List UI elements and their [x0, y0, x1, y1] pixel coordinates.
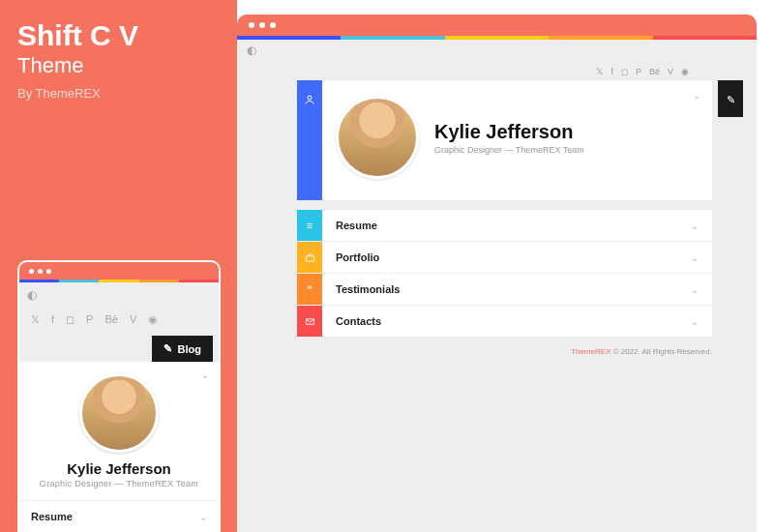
social-row: 𝕏 f ◻ P Bē V ◉ — [19, 308, 219, 330]
chevron-down-icon[interactable]: ⌄ — [201, 369, 209, 380]
instagram-icon[interactable]: ◻ — [66, 313, 74, 326]
behance-icon[interactable]: Bē — [649, 67, 660, 76]
footer-text: © 2022. All Rights Reserved. — [610, 347, 712, 356]
footer-brand[interactable]: ThemeREX — [571, 347, 610, 356]
desktop-preview: ◐ 𝕏 f ◻ P Bē V ◉ ⌄ — [237, 15, 757, 532]
briefcase-icon — [305, 252, 315, 263]
profile-name: Kylie Jefferson — [31, 460, 207, 477]
dribbble-icon[interactable]: ◉ — [148, 313, 158, 326]
color-stripe — [19, 280, 219, 282]
nav-label: Testimonials — [336, 283, 400, 295]
chevron-down-icon: ⌄ — [691, 316, 699, 327]
nav-tab — [297, 306, 322, 337]
blog-button[interactable]: ✎ Blog — [152, 336, 213, 362]
nav-label: Portfolio — [336, 251, 379, 263]
desktop-titlebar — [237, 15, 757, 36]
mobile-titlebar — [19, 262, 219, 280]
nav-tab: ≡ — [297, 210, 322, 241]
profile-name: Kylie Jefferson — [434, 121, 584, 143]
chevron-down-icon[interactable]: ⌄ — [693, 90, 700, 101]
nav-tab: “ — [297, 274, 322, 305]
nav-label: Contacts — [336, 315, 381, 327]
mail-icon — [305, 316, 315, 327]
nav-label: Resume — [336, 220, 377, 231]
profile-card: ⌄ Kylie Jefferson Graphic Designer — The… — [19, 362, 219, 500]
behance-icon[interactable]: Bē — [104, 313, 117, 326]
chevron-down-icon: ⌄ — [691, 221, 699, 231]
profile-role: Graphic Designer — ThemeREX Team — [434, 145, 584, 155]
edit-button[interactable]: ✎ — [718, 80, 743, 117]
chevron-down-icon: ⌄ — [199, 512, 207, 522]
theme-toggle-icon[interactable]: ◐ — [247, 44, 256, 57]
chevron-down-icon: ⌄ — [691, 284, 699, 295]
profile-tab[interactable] — [297, 80, 322, 200]
nav-contacts[interactable]: Contacts ⌄ — [297, 306, 712, 337]
nav-label: Resume — [31, 511, 73, 522]
twitter-icon[interactable]: 𝕏 — [596, 67, 603, 76]
pinterest-icon[interactable]: P — [636, 67, 641, 76]
menu-icon: ≡ — [307, 220, 313, 231]
profile-section: ⌄ Kylie Jefferson Graphic Designer — The… — [297, 80, 712, 200]
pencil-icon: ✎ — [164, 342, 172, 355]
pencil-icon: ✎ — [727, 94, 735, 106]
product-author: By ThemeREX — [17, 86, 220, 101]
facebook-icon[interactable]: f — [51, 313, 54, 326]
footer: ThemeREX © 2022. All Rights Reserved. — [237, 338, 757, 356]
quote-icon: “ — [307, 283, 313, 295]
profile-role: Graphic Designer — ThemeREX Team — [31, 479, 207, 488]
blog-label: Blog — [178, 343, 201, 355]
nav-portfolio[interactable]: Portfolio ⌄ — [297, 242, 712, 273]
nav-resume[interactable]: Resume ⌄ — [19, 500, 219, 532]
social-row: 𝕏 f ◻ P Bē V ◉ — [237, 61, 757, 80]
pinterest-icon[interactable]: P — [86, 313, 93, 326]
user-icon — [304, 94, 315, 105]
theme-toggle-icon[interactable]: ◐ — [27, 288, 37, 302]
product-title: Shift C V — [17, 19, 220, 51]
chevron-down-icon: ⌄ — [691, 252, 699, 263]
vimeo-icon[interactable]: V — [668, 67, 673, 76]
svg-point-0 — [308, 96, 312, 100]
vimeo-icon[interactable]: V — [130, 313, 136, 326]
avatar — [336, 96, 419, 179]
avatar — [79, 373, 159, 453]
svg-rect-1 — [306, 255, 313, 261]
color-stripe — [237, 36, 757, 40]
nav-testimonials[interactable]: “ Testimonials ⌄ — [297, 274, 712, 305]
nav-tab — [297, 242, 322, 273]
twitter-icon[interactable]: 𝕏 — [31, 313, 40, 326]
mobile-preview: ◐ 𝕏 f ◻ P Bē V ◉ ✎ Blog ⌄ Kylie Jeffer — [17, 260, 221, 532]
dribbble-icon[interactable]: ◉ — [681, 67, 689, 76]
product-subtitle: Theme — [17, 53, 220, 78]
instagram-icon[interactable]: ◻ — [621, 67, 628, 76]
facebook-icon[interactable]: f — [610, 67, 613, 76]
nav-resume[interactable]: ≡ Resume ⌄ — [297, 210, 712, 241]
